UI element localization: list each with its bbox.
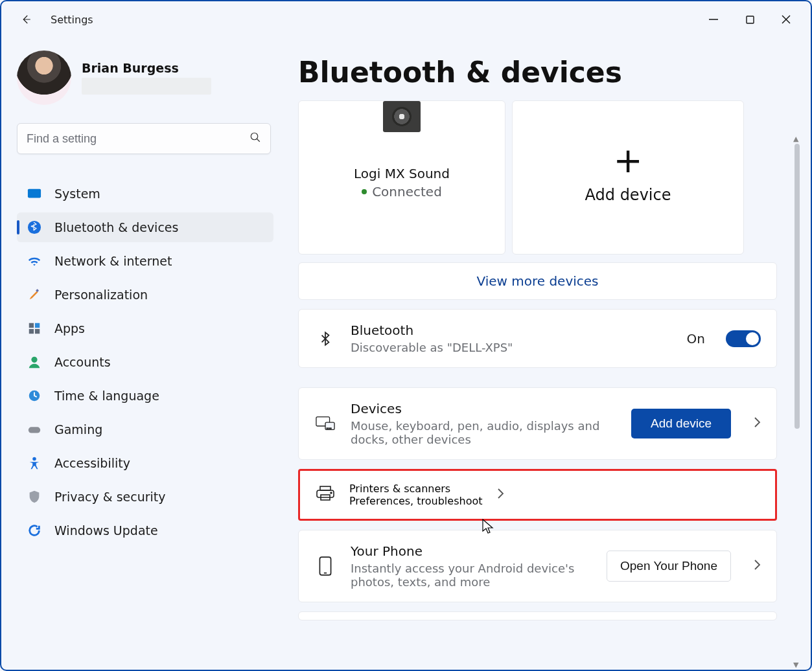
titlebar: Settings [1, 1, 811, 38]
devices-row[interactable]: Devices Mouse, keyboard, pen, audio, dis… [298, 387, 777, 460]
sidebar-item-label: System [54, 187, 100, 201]
phone-title: Your Phone [351, 543, 592, 559]
svg-rect-11 [29, 329, 34, 334]
svg-point-4 [251, 133, 258, 140]
svg-rect-26 [319, 557, 331, 575]
profile-block[interactable]: Brian Burgess [17, 51, 273, 105]
avatar [17, 51, 71, 105]
your-phone-row[interactable]: Your Phone Instantly access your Android… [298, 530, 777, 602]
back-button[interactable] [17, 14, 35, 25]
scroll-down-arrow-icon[interactable]: ▼ [793, 661, 801, 668]
sidebar-item-label: Accounts [54, 355, 111, 369]
chevron-right-icon [753, 559, 761, 573]
sidebar-item-label: Time & language [54, 389, 159, 403]
bluetooth-title: Bluetooth [351, 323, 673, 338]
display-icon [27, 187, 41, 201]
chevron-right-icon [496, 488, 504, 502]
sidebar-item-gaming[interactable]: Gaming [17, 415, 273, 444]
sidebar-item-privacy[interactable]: Privacy & security [17, 482, 273, 512]
profile-email-redacted [82, 78, 211, 95]
devices-icon [314, 415, 336, 432]
devices-title: Devices [351, 401, 617, 416]
bluetooth-row: Bluetooth Discoverable as "DELL-XPS" On [298, 309, 777, 368]
svg-point-20 [329, 428, 330, 429]
nav-list: System Bluetooth & devices Network & int… [17, 179, 273, 545]
phone-subtitle: Instantly access your Android device's p… [351, 562, 592, 589]
sidebar-item-label: Network & internet [54, 254, 172, 268]
svg-rect-15 [29, 427, 40, 433]
main-content: Bluetooth & devices Logi MX Sound Connec… [280, 38, 811, 670]
maximize-button[interactable] [732, 6, 768, 32]
bluetooth-icon [314, 328, 336, 349]
svg-rect-6 [28, 189, 41, 198]
printers-title: Printers & scanners [349, 483, 482, 495]
sidebar-item-label: Personalization [54, 288, 148, 302]
gamepad-icon [27, 422, 41, 437]
sidebar-item-label: Gaming [54, 422, 102, 437]
sidebar-item-apps[interactable]: Apps [17, 313, 273, 343]
person-icon [27, 355, 41, 369]
svg-point-16 [32, 457, 36, 461]
printers-subtitle: Preferences, troubleshoot [349, 495, 482, 507]
view-more-devices-link[interactable]: View more devices [298, 262, 777, 300]
phone-icon [314, 556, 336, 576]
scroll-up-arrow-icon[interactable]: ▲ [793, 135, 801, 142]
svg-point-13 [31, 357, 37, 363]
sidebar-item-network[interactable]: Network & internet [17, 246, 273, 276]
bluetooth-icon [27, 220, 41, 234]
sidebar-item-bluetooth[interactable]: Bluetooth & devices [17, 212, 273, 242]
shield-icon [27, 490, 41, 504]
bluetooth-subtitle: Discoverable as "DELL-XPS" [351, 341, 673, 354]
svg-point-21 [331, 428, 332, 429]
svg-rect-1 [747, 16, 754, 23]
partial-row [298, 611, 777, 620]
scrollbar[interactable]: ▲ ▼ [793, 144, 802, 659]
printers-scanners-row[interactable]: Printers & scanners Preferences, trouble… [298, 469, 777, 521]
svg-point-25 [331, 492, 332, 494]
sidebar-item-label: Bluetooth & devices [54, 220, 178, 234]
search-box[interactable] [17, 123, 271, 154]
sidebar-item-personalization[interactable]: Personalization [17, 280, 273, 310]
scrollbar-thumb[interactable] [795, 144, 800, 429]
svg-rect-9 [29, 323, 34, 328]
search-icon [249, 131, 261, 146]
sidebar-item-label: Windows Update [54, 523, 158, 538]
window-title: Settings [51, 14, 93, 26]
add-device-button[interactable]: Add device [631, 409, 731, 438]
sidebar-item-accounts[interactable]: Accounts [17, 347, 273, 377]
paintbrush-icon [27, 288, 41, 302]
devices-subtitle: Mouse, keyboard, pen, audio, displays an… [351, 419, 617, 446]
add-device-card[interactable]: + Add device [512, 100, 744, 255]
sidebar-item-accessibility[interactable]: Accessibility [17, 448, 273, 478]
device-card[interactable]: Logi MX Sound Connected [298, 100, 505, 255]
accessibility-icon [27, 456, 41, 470]
printer-icon [316, 484, 335, 505]
search-input[interactable] [27, 132, 249, 146]
svg-rect-22 [320, 486, 331, 490]
chevron-right-icon [753, 416, 761, 431]
bluetooth-toggle[interactable] [726, 330, 761, 347]
update-icon [27, 523, 41, 538]
svg-point-19 [327, 428, 328, 429]
sidebar-item-update[interactable]: Windows Update [17, 516, 273, 545]
bluetooth-state-label: On [687, 331, 705, 347]
wifi-icon [27, 254, 41, 268]
speaker-icon [383, 101, 421, 132]
minimize-button[interactable] [695, 6, 732, 32]
svg-rect-8 [36, 289, 39, 292]
svg-rect-12 [35, 329, 40, 334]
profile-name: Brian Burgess [82, 61, 211, 75]
sidebar-item-label: Accessibility [54, 456, 130, 470]
sidebar-item-label: Privacy & security [54, 490, 166, 504]
open-your-phone-button[interactable]: Open Your Phone [607, 551, 731, 582]
device-name: Logi MX Sound [354, 166, 450, 181]
sidebar-item-time[interactable]: Time & language [17, 381, 273, 411]
close-button[interactable] [768, 6, 804, 32]
apps-icon [27, 321, 41, 336]
clock-globe-icon [27, 389, 41, 403]
sidebar-item-system[interactable]: System [17, 179, 273, 209]
device-status: Connected [362, 184, 442, 199]
sidebar-item-label: Apps [54, 321, 85, 336]
svg-rect-10 [35, 323, 40, 328]
add-device-label: Add device [585, 186, 671, 204]
